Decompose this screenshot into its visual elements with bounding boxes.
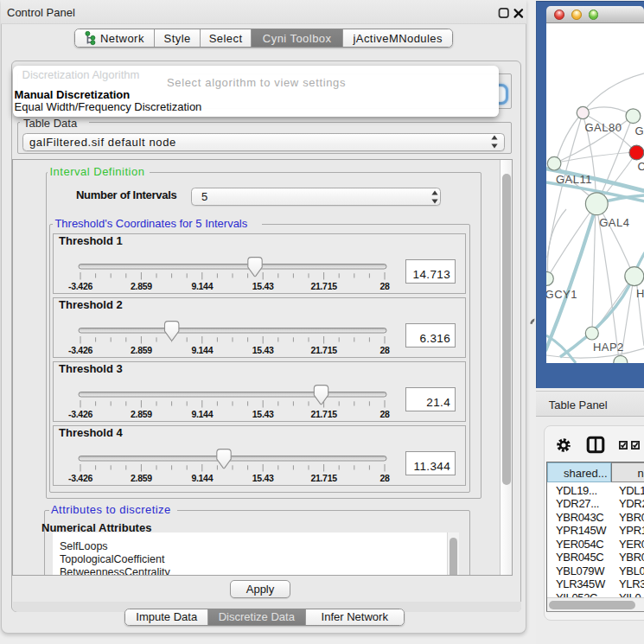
svg-text:2.859: 2.859: [131, 345, 152, 355]
svg-text:-3.426: -3.426: [68, 281, 92, 291]
svg-text:9.144: 9.144: [191, 281, 213, 291]
svg-text:21.715: 21.715: [310, 281, 337, 291]
svg-text:9.144: 9.144: [191, 345, 213, 355]
svg-text:9.144: 9.144: [191, 473, 213, 483]
svg-text:-3.426: -3.426: [68, 409, 92, 419]
svg-text:21.715: 21.715: [310, 473, 337, 483]
svg-text:28: 28: [379, 473, 390, 483]
svg-text:CY: CY: [638, 160, 644, 173]
svg-text:2.859: 2.859: [131, 281, 152, 291]
svg-text:28: 28: [379, 281, 390, 291]
svg-text:2.859: 2.859: [131, 409, 152, 419]
svg-text:2.859: 2.859: [131, 473, 152, 483]
svg-text:-3.426: -3.426: [68, 473, 92, 483]
svg-text:15.43: 15.43: [252, 281, 274, 291]
svg-text:21.715: 21.715: [310, 345, 337, 355]
svg-text:15.43: 15.43: [252, 345, 274, 355]
svg-text:GAL11: GAL11: [556, 173, 592, 186]
svg-text:28: 28: [379, 409, 390, 419]
svg-text:28: 28: [379, 345, 390, 355]
svg-text:9.144: 9.144: [191, 409, 213, 419]
svg-text:15.43: 15.43: [252, 473, 274, 483]
svg-text:GAL4: GAL4: [599, 216, 629, 229]
svg-text:-3.426: -3.426: [68, 345, 92, 355]
svg-text:21.715: 21.715: [310, 409, 337, 419]
svg-text:GAL80: GAL80: [585, 121, 622, 134]
svg-text:HAP2: HAP2: [593, 341, 624, 354]
svg-text:GCY1: GCY1: [546, 288, 577, 301]
svg-text:15.43: 15.43: [252, 409, 274, 419]
svg-text:GA: GA: [635, 124, 644, 137]
svg-text:H: H: [636, 287, 644, 300]
